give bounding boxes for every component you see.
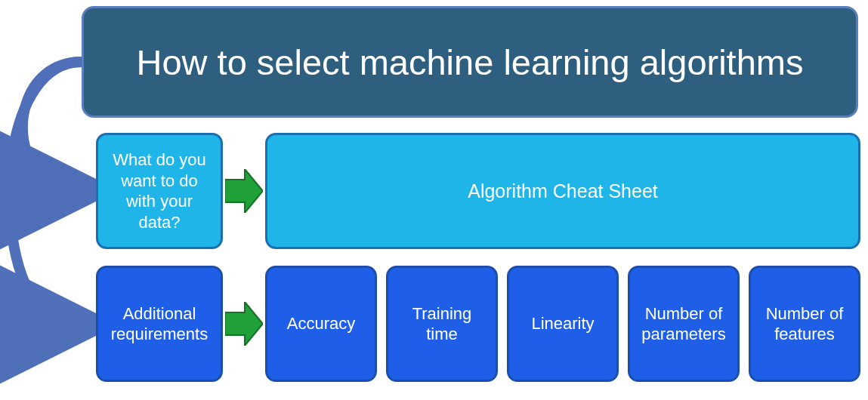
factor-text: Linearity	[531, 313, 594, 334]
title-text: How to select machine learning algorithm…	[137, 42, 804, 83]
additional-req-text: Additional requirements	[104, 303, 215, 345]
factor-text: Number of features	[757, 303, 852, 345]
additional-req-box: Additional requirements	[96, 266, 223, 382]
factor-text: Number of parameters	[636, 303, 731, 345]
factor-box-linearity: Linearity	[507, 266, 619, 382]
cheat-sheet-text: Algorithm Cheat Sheet	[468, 180, 658, 202]
arrow-right-icon	[225, 169, 263, 213]
factor-box-training-time: Training time	[386, 266, 498, 382]
question-box: What do you want to do with your data?	[96, 133, 223, 249]
factor-box-features: Number of features	[749, 266, 860, 382]
cheat-sheet-box: Algorithm Cheat Sheet	[265, 133, 860, 249]
title-box: How to select machine learning algorithm…	[82, 6, 858, 118]
question-text: What do you want to do with your data?	[104, 149, 215, 232]
factor-text: Accuracy	[287, 313, 355, 334]
factor-box-parameters: Number of parameters	[628, 266, 740, 382]
arrow-right-icon	[225, 302, 263, 346]
factor-box-accuracy: Accuracy	[265, 266, 377, 382]
factor-text: Training time	[394, 303, 490, 345]
